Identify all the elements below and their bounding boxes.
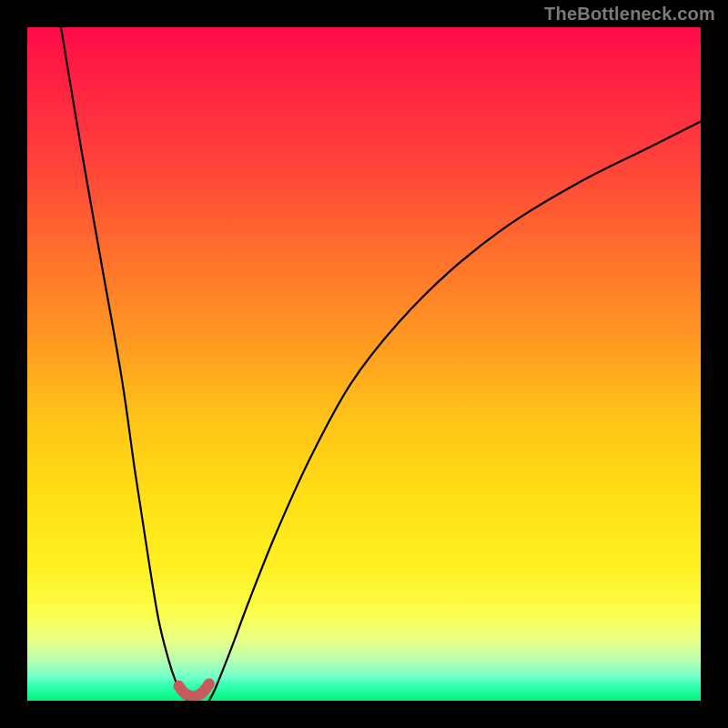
chart-frame: TheBottleneck.com — [0, 0, 728, 728]
plot-area — [27, 27, 701, 701]
gradient-background — [27, 27, 701, 701]
watermark-text: TheBottleneck.com — [544, 4, 715, 25]
